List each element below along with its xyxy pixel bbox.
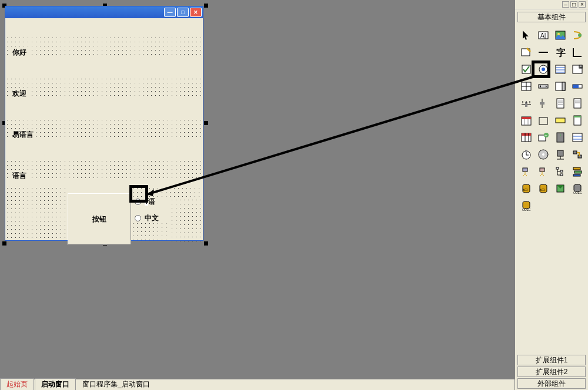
- palette-section-ext2[interactable]: 扩展组件2: [517, 367, 586, 377]
- line-tool[interactable]: [535, 44, 551, 60]
- palette-close-icon[interactable]: ×: [579, 1, 586, 8]
- svg-rect-33: [540, 102, 544, 105]
- angle-tool[interactable]: [569, 44, 585, 60]
- tree-tool[interactable]: [552, 163, 568, 179]
- shape-tool[interactable]: [569, 27, 585, 43]
- svg-rect-46: [556, 118, 565, 123]
- richedit-tool[interactable]: [569, 95, 585, 111]
- tab-window-module[interactable]: 窗口程序集_启动窗口: [76, 379, 156, 390]
- slider-v-tool[interactable]: [535, 95, 551, 111]
- notepad-tool[interactable]: [569, 112, 585, 128]
- label-4[interactable]: 语言: [10, 170, 29, 182]
- text-char-tool[interactable]: 字: [552, 44, 568, 60]
- svg-rect-78: [574, 171, 582, 173]
- svg-rect-24: [562, 82, 565, 90]
- radio-label: 中文: [145, 213, 159, 223]
- svg-rect-76: [560, 174, 563, 176]
- svg-rect-45: [539, 117, 547, 125]
- radio-icon: [135, 215, 141, 221]
- label-tool[interactable]: A|: [535, 27, 551, 43]
- data-grid-tool[interactable]: [569, 129, 585, 145]
- grid-dots: [5, 159, 203, 180]
- listbox-tool[interactable]: [552, 61, 568, 77]
- edit-tool[interactable]: [518, 44, 534, 60]
- form-button[interactable]: 按钮: [68, 193, 131, 245]
- timer-tool[interactable]: [518, 146, 534, 162]
- svg-rect-56: [557, 133, 564, 142]
- db-cylinder2-tool[interactable]: t白: [535, 180, 551, 196]
- svg-rect-42: [522, 117, 531, 119]
- form-body[interactable]: 你好 欢迎 易语言 语言 按钮 :语 中文: [5, 18, 203, 240]
- svg-rect-73: [540, 168, 544, 172]
- close-icon[interactable]: ✕: [190, 8, 202, 17]
- svg-rect-72: [523, 168, 527, 172]
- odbc-tool[interactable]: ODEC: [569, 180, 585, 196]
- frame-tool[interactable]: [535, 112, 551, 128]
- palette-section-header[interactable]: 基本组件: [517, 12, 586, 22]
- label-1[interactable]: 你好: [10, 46, 29, 59]
- network-server-tool[interactable]: [552, 146, 568, 162]
- grid-dots: [170, 198, 203, 241]
- annotation-highlight-source: [129, 185, 148, 203]
- svg-text:A|: A|: [540, 32, 546, 39]
- svg-rect-34: [557, 99, 564, 108]
- svg-rect-70: [573, 151, 577, 154]
- server-tool[interactable]: [552, 129, 568, 145]
- maximize-icon[interactable]: □: [177, 8, 189, 17]
- net-client-tool[interactable]: [518, 163, 534, 179]
- stack-tool[interactable]: [569, 163, 585, 179]
- palette-sections: 扩展组件1 扩展组件2 外部组件: [515, 354, 588, 390]
- label-3[interactable]: 易语言: [10, 129, 36, 141]
- design-canvas[interactable]: — □ ✕ 你好 欢迎 易语言 语言 按钮 :语: [0, 0, 514, 379]
- svg-rect-75: [560, 170, 563, 172]
- connection-tool[interactable]: [569, 146, 585, 162]
- db-cylinder-tool[interactable]: t白: [518, 180, 534, 196]
- svg-rect-50: [522, 133, 531, 136]
- svg-rect-58: [573, 133, 582, 142]
- label-2[interactable]: 欢迎: [10, 88, 29, 100]
- component-palette: – □ × 基本组件 A| 字 +: [514, 0, 588, 390]
- combobox-tool[interactable]: [569, 61, 585, 77]
- add-record-tool[interactable]: +: [535, 129, 551, 145]
- tab-startup-window[interactable]: 启动窗口: [35, 378, 76, 390]
- palette-section-external[interactable]: 外部组件: [517, 378, 586, 389]
- disk-tool[interactable]: [535, 146, 551, 162]
- minimize-icon[interactable]: —: [164, 8, 176, 17]
- svg-rect-48: [574, 116, 581, 117]
- document-tool[interactable]: [552, 95, 568, 111]
- svg-point-6: [578, 33, 582, 37]
- datatable-tool[interactable]: [518, 129, 534, 145]
- pointer-tool[interactable]: [518, 27, 534, 43]
- svg-text:ODEC: ODEC: [522, 208, 531, 211]
- progress-tool[interactable]: [569, 78, 585, 94]
- svg-point-66: [542, 153, 544, 156]
- palette-min-icon[interactable]: –: [562, 1, 569, 8]
- annotation-highlight-target: [532, 60, 550, 78]
- slider-h-tool[interactable]: [518, 95, 534, 111]
- vscroll-tool[interactable]: [552, 78, 568, 94]
- odbc2-tool[interactable]: ODEC: [518, 197, 534, 213]
- palette-max-icon[interactable]: □: [570, 1, 577, 8]
- calendar-tool[interactable]: [518, 112, 534, 128]
- radio-option-2[interactable]: 中文: [135, 213, 159, 223]
- hscroll-tool[interactable]: [535, 78, 551, 94]
- palette-section-ext1[interactable]: 扩展组件1: [517, 355, 586, 365]
- storage-tool[interactable]: [552, 180, 568, 196]
- svg-rect-26: [573, 85, 579, 88]
- grid-dots: [5, 186, 68, 241]
- svg-text:字: 字: [556, 47, 566, 58]
- resize-handle-se[interactable]: [204, 241, 208, 246]
- svg-rect-38: [574, 99, 581, 108]
- resize-handle-e[interactable]: [204, 121, 208, 125]
- svg-rect-77: [573, 167, 580, 170]
- grid-tool[interactable]: [518, 78, 534, 94]
- svg-text:t白: t白: [523, 188, 528, 191]
- resize-handle-sw[interactable]: [2, 241, 6, 246]
- palette-grid: A| 字 + t白 t白: [515, 25, 588, 216]
- tooltip-tool[interactable]: [552, 112, 568, 128]
- image-tool[interactable]: [552, 27, 568, 43]
- tab-start-page[interactable]: 起始页: [0, 378, 34, 390]
- resize-handle-ne[interactable]: [204, 4, 208, 8]
- net-host-tool[interactable]: [535, 163, 551, 179]
- designer-form[interactable]: — □ ✕ 你好 欢迎 易语言 语言 按钮 :语: [5, 6, 203, 241]
